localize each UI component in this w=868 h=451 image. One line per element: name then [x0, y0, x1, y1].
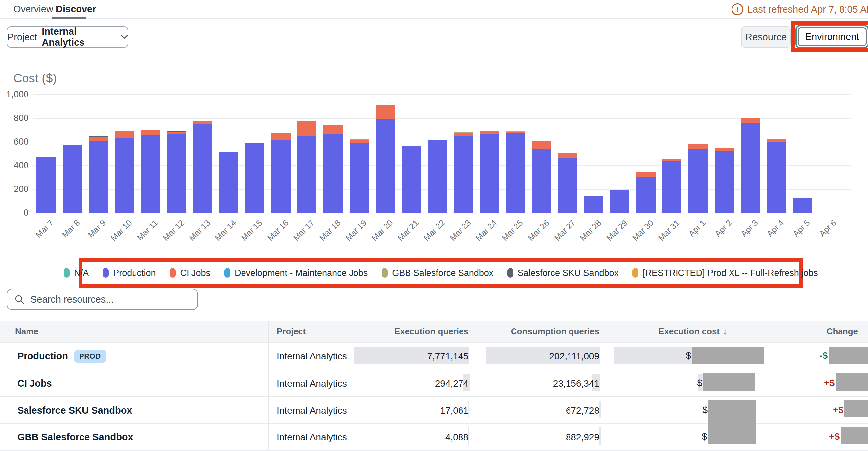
legend-label: GBB Salesforce Sandbox [392, 268, 493, 278]
col-header-execution-cost-label: Execution cost [658, 326, 720, 337]
bar-segment [454, 136, 473, 213]
bar-segment [688, 149, 708, 213]
table-bottom-divider [0, 450, 868, 451]
bar-mar-23[interactable] [454, 132, 473, 213]
project-select[interactable]: Project Internal Analytics [7, 27, 128, 48]
bar-mar-11[interactable] [141, 130, 160, 213]
bar-segment [715, 151, 734, 213]
bar-mar-25[interactable] [506, 131, 525, 213]
col-header-project[interactable]: Project [277, 321, 306, 343]
col-header-change[interactable]: Change [827, 321, 858, 343]
legend-color-chip [224, 268, 230, 278]
bar-apr-2[interactable] [715, 148, 734, 213]
execution-queries-value: 4,088 [445, 424, 468, 451]
bar-segment [271, 140, 290, 213]
tab-overview[interactable]: Overview [13, 4, 53, 14]
legend-item[interactable]: Development - Maintenance Jobs [224, 268, 368, 278]
bar-mar-10[interactable] [115, 131, 134, 213]
bar-segment [637, 177, 656, 213]
bar-segment [480, 131, 499, 134]
bar-mar-20[interactable] [376, 105, 395, 213]
col-header-consumption-queries[interactable]: Consumption queries [511, 321, 599, 343]
project-select-value: Internal Analytics [42, 26, 116, 48]
bar-apr-4[interactable] [767, 139, 786, 213]
resource-project: Internal Analytics [277, 343, 347, 369]
environment-toggle-button[interactable]: Environment [798, 28, 867, 46]
bar-mar-8[interactable] [63, 145, 82, 213]
top-tab-bar: Overview Discover ! Last refreshed Apr 7… [0, 0, 868, 19]
bar-segment [741, 118, 760, 123]
bar-segment [767, 139, 786, 142]
bar-mar-28[interactable] [584, 196, 603, 213]
bar-mar-29[interactable] [610, 190, 629, 213]
bar-segment [532, 141, 551, 149]
chevron-down-icon [121, 35, 128, 39]
bar-segment [741, 123, 760, 213]
search-icon [14, 295, 24, 304]
bar-mar-19[interactable] [349, 139, 369, 213]
legend-item[interactable]: [RESTRICTED] Prod XL -- Full-Refresh job… [632, 268, 818, 278]
legend-item[interactable]: Production [103, 268, 156, 278]
resource-toggle-button[interactable]: Resource [741, 27, 791, 48]
bar-mar-31[interactable] [662, 159, 681, 213]
bar-mar-22[interactable] [428, 140, 447, 213]
bar-mar-17[interactable] [297, 121, 316, 213]
legend-color-chip [632, 268, 639, 278]
table-header-row: Name Project Execution queries Consumpti… [0, 321, 868, 343]
bar-apr-3[interactable] [741, 118, 760, 213]
bar-mar-26[interactable] [532, 141, 551, 213]
bar-mar-7[interactable] [36, 157, 56, 213]
redacted-value-block [708, 400, 756, 444]
bar-apr-1[interactable] [688, 144, 708, 213]
bar-mar-12[interactable] [167, 131, 186, 213]
chart-legend: N/AProductionCI JobsDevelopment - Mainte… [64, 268, 818, 278]
project-select-label: Project [7, 32, 37, 43]
resource-project: Internal Analytics [277, 370, 347, 397]
resource-name: Production PROD [17, 343, 106, 369]
y-tick-label: 800 [13, 113, 29, 123]
bar-mar-13[interactable] [193, 121, 212, 213]
bar-apr-5[interactable] [793, 198, 812, 213]
change-sign: +$ [824, 369, 835, 396]
bar-segment [376, 105, 395, 119]
bar-mar-27[interactable] [558, 153, 578, 213]
bar-segment [193, 124, 212, 213]
legend-label: [RESTRICTED] Prod XL -- Full-Refresh job… [643, 268, 818, 278]
bar-mar-9[interactable] [89, 136, 108, 213]
col-header-execution-queries[interactable]: Execution queries [394, 321, 468, 343]
search-input[interactable] [30, 294, 197, 305]
bar-segment [349, 143, 369, 213]
execution-cost-currency: $ [702, 396, 708, 423]
execution-queries-value: 17,061 [440, 397, 468, 424]
y-tick-label: 200 [13, 184, 29, 194]
legend-item[interactable]: Salesforce SKU Sandbox [507, 268, 619, 278]
bar-mar-21[interactable] [402, 146, 421, 213]
change-sign: -$ [819, 342, 828, 369]
bar-mar-15[interactable] [245, 143, 265, 213]
legend-item[interactable]: GBB Salesforce Sandbox [382, 268, 493, 278]
legend-label: Production [113, 268, 156, 278]
tab-discover[interactable]: Discover [56, 4, 96, 14]
search-box [7, 289, 198, 310]
legend-color-chip [507, 268, 513, 278]
col-header-execution-cost[interactable]: Execution cost ↓ [658, 321, 727, 343]
gridline [33, 94, 851, 95]
resource-project: Internal Analytics [277, 397, 347, 424]
bar-mar-18[interactable] [323, 125, 343, 213]
bar-segment [245, 143, 265, 213]
resource-project: Internal Analytics [277, 424, 347, 451]
bar-mar-14[interactable] [219, 152, 238, 213]
bar-mar-24[interactable] [480, 131, 499, 213]
execution-cost-currency: $ [702, 423, 707, 450]
bar-segment [141, 130, 160, 135]
y-tick-label: 400 [13, 160, 29, 170]
bar-segment [271, 133, 290, 140]
sort-desc-icon: ↓ [723, 326, 727, 337]
bar-mar-30[interactable] [637, 171, 656, 213]
bar-mar-16[interactable] [271, 133, 290, 213]
y-tick-label: 600 [13, 137, 29, 147]
legend-item[interactable]: N/A [64, 268, 89, 278]
col-header-name[interactable]: Name [15, 321, 38, 343]
chart-title: Cost ($) [13, 71, 57, 86]
legend-item[interactable]: CI Jobs [169, 268, 210, 278]
